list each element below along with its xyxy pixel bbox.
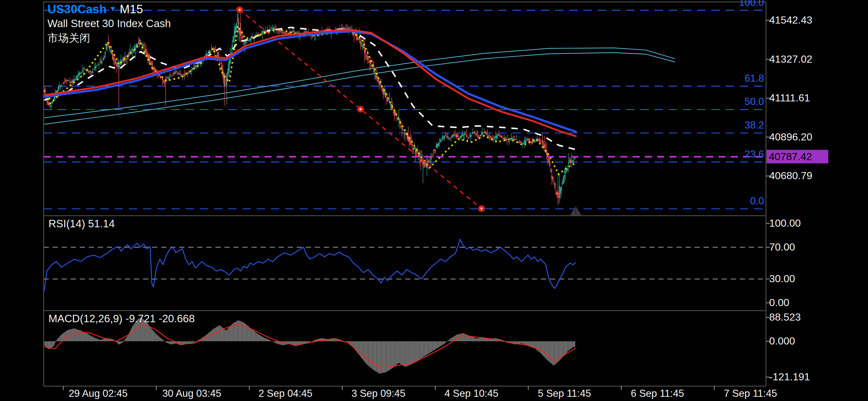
rsi-axis-label: 30.00 [769,273,795,285]
price-axis-label: 41111.61 [769,92,810,104]
end-marker-triangle [570,207,582,216]
timeframe-selector[interactable]: M15 [120,3,143,16]
price-axis-label: 41542.43 [769,14,812,26]
fib-level-label: 61.8 [703,73,764,84]
ma-white-dashed-line[interactable] [44,27,576,150]
axis-ticks [63,20,770,390]
symbol-header: US30Cash▼M15 [48,3,143,16]
time-axis-label: 30 Aug 03:45 [150,388,234,399]
pane-borders [43,2,766,386]
symbol-description: Wall Street 30 Index Cash [48,18,171,30]
time-axis-label: 7 Sep 11:45 [709,388,793,399]
price-axis-label: 40896.20 [769,131,812,143]
time-axis-label: 2 Sep 04:45 [244,388,328,399]
rsi-guide-lines [43,247,766,279]
time-axis-label: 29 Aug 02:45 [56,388,140,399]
time-axis-label: 5 Sep 11:45 [523,388,607,399]
fib-level-label: 0.0 [703,195,764,207]
trading-chart-screen: US30Cash▼M15 Wall Street 30 Index Cash 市… [0,0,868,401]
rsi-indicator-label[interactable]: RSI(14) 51.14 [49,218,115,230]
fib-level-label: 50.0 [703,96,764,107]
price-axis-label: 40680.79 [769,170,812,182]
macd-axis-label: 0.000 [769,335,795,347]
macd-axis-label: 88.523 [769,311,801,323]
symbol-selector[interactable]: US30Cash [48,3,106,16]
macd-histogram[interactable] [45,318,575,374]
fib-level-label: 38.2 [703,120,764,131]
fib-level-label: 23.6 [703,149,764,160]
rsi-axis-label: 0.00 [769,297,789,309]
chevron-down-icon[interactable]: ▼ [109,4,117,13]
rsi-axis-label: 70.00 [769,241,795,253]
current-price-tag: 40787.42 [767,150,828,163]
macd-signal-line[interactable] [44,324,576,368]
rsi-axis-label: 100.00 [769,217,801,229]
market-status: 市场关闭 [48,31,90,45]
candlesticks[interactable] [45,7,575,204]
macd-indicator-label[interactable]: MACD(12,26,9) -9.721 -20.668 [49,312,195,325]
ma-yellow-dotted-line[interactable] [44,26,576,174]
time-axis-label: 3 Sep 09:45 [337,388,421,399]
time-axis-label: 4 Sep 10:45 [430,388,514,399]
price-axis-label: 41327.02 [769,53,812,65]
macd-axis-label: -121.191 [769,371,810,383]
time-axis-label: 6 Sep 11:45 [616,388,700,399]
fib-level-label: 100.0 [703,0,764,8]
